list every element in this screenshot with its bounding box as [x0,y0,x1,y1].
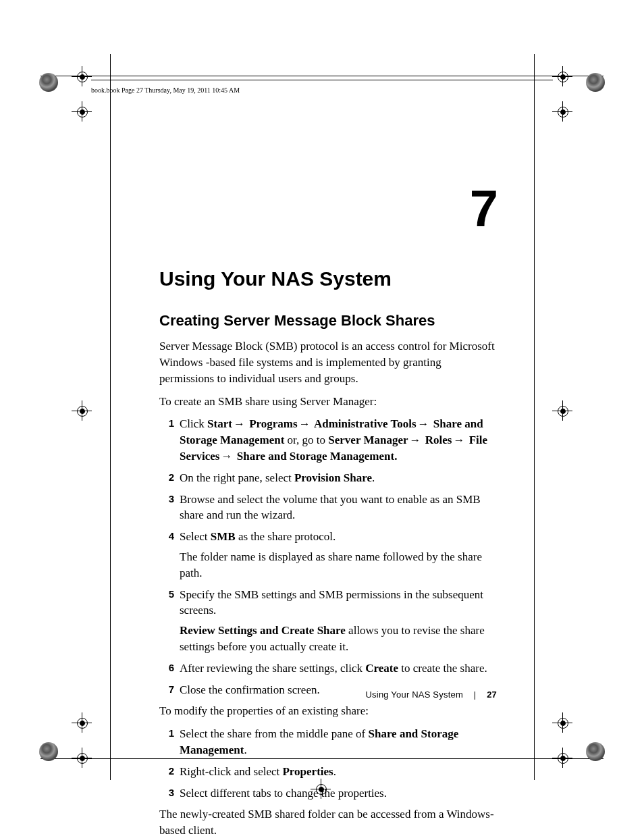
print-knob-icon [586,73,605,92]
print-knob-icon [39,742,58,761]
footer-separator: | [474,689,477,700]
step-text: On the right pane, select Provision Shar… [180,471,375,484]
registration-mark-icon [552,101,572,122]
step-item: 3 Browse and select the volume that you … [159,492,497,524]
header-rule [91,80,553,80]
crop-line [41,76,603,76]
steps-list-create: 1 Click Start→ Programs→ Administrative … [159,416,497,698]
registration-mark-icon [552,66,572,86]
step-number: 2 [159,764,174,778]
step-item: 3 Select different tabs to change the pr… [159,785,497,802]
step-number: 1 [159,726,174,740]
step-text: Browse and select the volume that you wa… [180,493,481,522]
registration-mark-icon [72,712,92,733]
intro-paragraph: To create an SMB share using Server Mana… [159,394,497,410]
step-number: 1 [159,416,174,430]
print-knob-icon [586,742,605,761]
registration-mark-icon [552,712,572,733]
step-text: Select different tabs to change the prop… [180,787,387,800]
footer-section-name: Using Your NAS System [366,689,463,700]
step-text: After reviewing the share settings, clic… [180,662,487,675]
registration-mark-icon [72,400,92,421]
step-number: 6 [159,660,174,675]
step-text: Specify the SMB settings and SMB permiss… [180,588,483,617]
body-paragraph: To modify the properties of an existing … [159,703,497,719]
page-footer: Using Your NAS System | 27 [159,689,497,701]
step-text: Select SMB as the share protocol. [180,530,336,543]
step-text: Right-click and select Properties. [180,765,336,778]
step-text: Select the share from the middle pane of… [180,727,458,756]
crop-line [110,54,111,780]
step-subtext: Review Settings and Create Share allows … [180,623,497,655]
step-item: 1 Click Start→ Programs→ Administrative … [159,416,497,464]
step-number: 3 [159,492,174,506]
chapter-title: Using Your NAS System [159,265,497,293]
step-item: 5 Specify the SMB settings and SMB permi… [159,587,497,655]
running-header: book.book Page 27 Thursday, May 19, 2011… [91,86,553,95]
step-number: 3 [159,785,174,800]
step-item: 6 After reviewing the share settings, cl… [159,660,497,677]
step-number: 2 [159,470,174,484]
step-item: 4 Select SMB as the share protocol. The … [159,529,497,581]
step-item: 2 On the right pane, select Provision Sh… [159,470,497,486]
registration-mark-icon [72,101,92,122]
step-item: 2 Right-click and select Properties. [159,764,497,780]
step-number: 4 [159,529,174,543]
step-text: Click Start→ Programs→ Administrative To… [180,417,487,463]
steps-list-modify: 1 Select the share from the middle pane … [159,726,497,801]
section-title: Creating Server Message Block Shares [159,311,497,332]
crop-line [534,54,535,780]
step-number: 5 [159,587,174,601]
print-knob-icon [39,73,58,92]
footer-page-number: 27 [487,689,497,700]
registration-mark-icon [72,66,92,86]
chapter-number: 7 [159,173,497,244]
body-paragraph: The newly-created SMB shared folder can … [159,806,497,834]
step-subtext: The folder name is displayed as share na… [180,549,497,581]
registration-mark-icon [552,400,572,421]
step-item: 1 Select the share from the middle pane … [159,726,497,758]
intro-paragraph: Server Message Block (SMB) protocol is a… [159,338,497,386]
